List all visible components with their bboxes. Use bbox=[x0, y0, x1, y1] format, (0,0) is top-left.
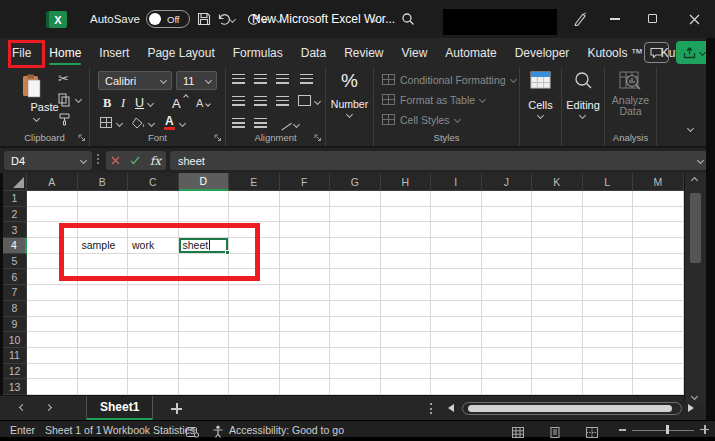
cell-D12[interactable] bbox=[179, 364, 230, 380]
cells-button[interactable]: Cells bbox=[520, 99, 561, 111]
cell-B12[interactable] bbox=[78, 364, 129, 380]
align-middle-icon[interactable] bbox=[254, 74, 267, 84]
normal-view-icon[interactable] bbox=[512, 424, 524, 441]
zoom-in-icon[interactable] bbox=[700, 425, 709, 434]
cell-B7[interactable] bbox=[78, 285, 129, 301]
paste-dropdown-icon[interactable] bbox=[33, 115, 40, 122]
align-center-icon[interactable] bbox=[254, 96, 267, 106]
column-header-C[interactable]: C bbox=[128, 173, 179, 191]
menu-tab-automate[interactable]: Automate bbox=[436, 38, 505, 68]
cell-E4[interactable] bbox=[229, 238, 280, 254]
align-left-icon[interactable] bbox=[232, 96, 245, 106]
cell-F8[interactable] bbox=[280, 301, 331, 317]
cell-K13[interactable] bbox=[532, 379, 583, 395]
cell-F7[interactable] bbox=[280, 285, 331, 301]
cell-M4[interactable] bbox=[633, 238, 684, 254]
row-header-13[interactable]: 13 bbox=[3, 379, 27, 395]
column-header-J[interactable]: J bbox=[482, 173, 533, 191]
cell-G5[interactable] bbox=[330, 254, 381, 270]
menu-tab-file[interactable]: File bbox=[3, 38, 40, 68]
cell-H10[interactable] bbox=[381, 332, 432, 348]
cell-B1[interactable] bbox=[78, 191, 129, 207]
cell-E8[interactable] bbox=[229, 301, 280, 317]
shrink-font-button[interactable]: A bbox=[196, 95, 203, 111]
cell-E1[interactable] bbox=[229, 191, 280, 207]
vertical-scrollbar[interactable] bbox=[684, 173, 706, 403]
cell-G13[interactable] bbox=[330, 379, 381, 395]
cell-L13[interactable] bbox=[583, 379, 634, 395]
cell-H3[interactable] bbox=[381, 222, 432, 238]
font-color-dropdown-icon[interactable] bbox=[179, 120, 186, 127]
cells-group[interactable]: Cells bbox=[520, 68, 562, 146]
paste-icon[interactable] bbox=[22, 74, 42, 99]
cell-A7[interactable] bbox=[27, 285, 78, 301]
cell-D2[interactable] bbox=[179, 207, 230, 223]
cell-G4[interactable] bbox=[330, 238, 381, 254]
cell-G11[interactable] bbox=[330, 348, 381, 364]
cell-G10[interactable] bbox=[330, 332, 381, 348]
grow-font-button[interactable]: A bbox=[172, 95, 181, 111]
menu-tab-insert[interactable]: Insert bbox=[90, 38, 138, 68]
cell-A2[interactable] bbox=[27, 207, 78, 223]
borders-dropdown-icon[interactable] bbox=[116, 120, 123, 127]
zoom-slider-thumb[interactable] bbox=[666, 425, 669, 434]
cell-I5[interactable] bbox=[431, 254, 482, 270]
align-bottom-icon[interactable] bbox=[276, 74, 289, 84]
cell-J8[interactable] bbox=[482, 301, 533, 317]
cell-B11[interactable] bbox=[78, 348, 129, 364]
scroll-right-icon[interactable] bbox=[688, 404, 694, 412]
cell-G6[interactable] bbox=[330, 269, 381, 285]
cell-B2[interactable] bbox=[78, 207, 129, 223]
cell-E7[interactable] bbox=[229, 285, 280, 301]
align-right-icon[interactable] bbox=[276, 96, 289, 106]
pen-inking-icon[interactable] bbox=[572, 11, 588, 27]
cell-E13[interactable] bbox=[229, 379, 280, 395]
cell-K1[interactable] bbox=[532, 191, 583, 207]
column-header-L[interactable]: L bbox=[583, 173, 634, 191]
menu-tab-review[interactable]: Review bbox=[335, 38, 392, 68]
scroll-left-icon[interactable] bbox=[448, 404, 454, 412]
cell-A1[interactable] bbox=[27, 191, 78, 207]
cell-B6[interactable] bbox=[78, 269, 129, 285]
cell-K4[interactable] bbox=[532, 238, 583, 254]
cell-J3[interactable] bbox=[482, 222, 533, 238]
cell-D5[interactable] bbox=[179, 254, 230, 270]
cell-J13[interactable] bbox=[482, 379, 533, 395]
row-header-1[interactable]: 1 bbox=[3, 191, 27, 207]
cell-E3[interactable] bbox=[229, 222, 280, 238]
column-header-M[interactable]: M bbox=[633, 173, 684, 191]
column-header-K[interactable]: K bbox=[532, 173, 583, 191]
cell-I10[interactable] bbox=[431, 332, 482, 348]
cell-L7[interactable] bbox=[583, 285, 634, 301]
cell-D7[interactable] bbox=[179, 285, 230, 301]
column-header-E[interactable]: E bbox=[229, 173, 280, 191]
cell-G12[interactable] bbox=[330, 364, 381, 380]
cell-A9[interactable] bbox=[27, 317, 78, 333]
cell-L6[interactable] bbox=[583, 269, 634, 285]
search-icon[interactable] bbox=[400, 11, 416, 27]
cell-K6[interactable] bbox=[532, 269, 583, 285]
cell-A11[interactable] bbox=[27, 348, 78, 364]
font-name-combo[interactable]: Calibri bbox=[98, 71, 172, 90]
cell-M7[interactable] bbox=[633, 285, 684, 301]
cell-J12[interactable] bbox=[482, 364, 533, 380]
cell-G7[interactable] bbox=[330, 285, 381, 301]
merge-center-icon[interactable] bbox=[298, 95, 311, 106]
menu-tab-developer[interactable]: Developer bbox=[506, 38, 579, 68]
borders-icon[interactable] bbox=[100, 117, 112, 128]
cancel-entry-icon[interactable] bbox=[111, 156, 120, 165]
minimize-icon[interactable] bbox=[610, 18, 620, 20]
row-header-6[interactable]: 6 bbox=[3, 269, 27, 285]
row-header-9[interactable]: 9 bbox=[3, 317, 27, 333]
row-header-10[interactable]: 10 bbox=[3, 332, 27, 348]
bold-button[interactable]: B bbox=[103, 95, 111, 111]
cell-J5[interactable] bbox=[482, 254, 533, 270]
cell-I13[interactable] bbox=[431, 379, 482, 395]
new-sheet-icon[interactable] bbox=[170, 402, 183, 415]
cell-A8[interactable] bbox=[27, 301, 78, 317]
alignment-dialog-launcher-icon[interactable] bbox=[314, 134, 322, 142]
cell-C13[interactable] bbox=[128, 379, 179, 395]
cell-H9[interactable] bbox=[381, 317, 432, 333]
cell-D4[interactable]: sheet bbox=[179, 238, 230, 254]
autosave-toggle[interactable]: Off bbox=[146, 10, 190, 28]
